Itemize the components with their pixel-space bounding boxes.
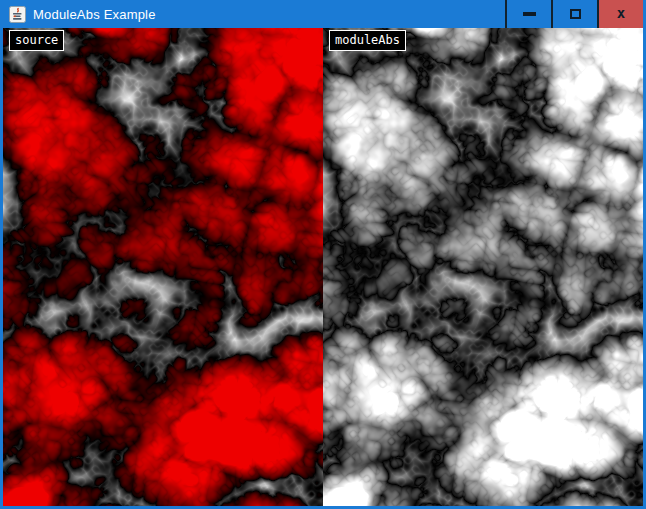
source-label: source	[9, 30, 64, 51]
titlebar[interactable]: ModuleAbs Example x	[0, 0, 646, 28]
close-button[interactable]: x	[597, 0, 643, 28]
panel-moduleabs: moduleAbs	[323, 28, 643, 506]
maximize-button[interactable]	[551, 0, 597, 28]
moduleabs-label: moduleAbs	[329, 30, 406, 51]
close-icon: x	[617, 6, 625, 20]
source-noise-image	[3, 28, 323, 506]
app-window: ModuleAbs Example x source moduleAbs	[0, 0, 646, 509]
window-title: ModuleAbs Example	[33, 7, 156, 22]
panel-source: source	[3, 28, 323, 506]
minimize-icon	[523, 12, 536, 16]
maximize-icon	[570, 9, 581, 19]
minimize-button[interactable]	[505, 0, 551, 28]
java-coffee-cup-icon[interactable]	[9, 6, 26, 23]
moduleabs-noise-image	[323, 28, 643, 506]
image-area: source moduleAbs	[3, 28, 643, 506]
window-controls: x	[505, 0, 643, 28]
